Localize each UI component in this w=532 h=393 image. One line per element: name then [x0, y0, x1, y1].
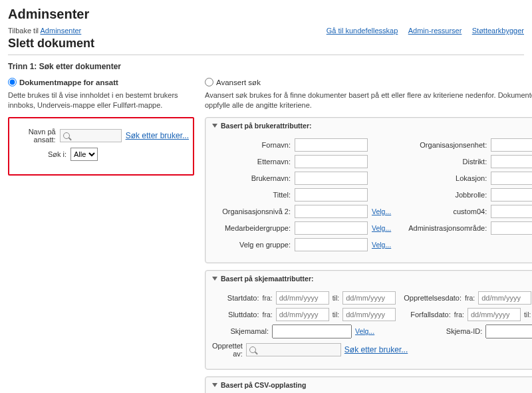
label-from4: fra: — [454, 311, 464, 319]
search-in-label: Søk i: — [13, 150, 66, 158]
input-orgunit[interactable] — [491, 138, 532, 152]
page-title: Adminsenter — [8, 7, 524, 22]
input-adminarea[interactable] — [491, 221, 532, 235]
link-admin-resources[interactable]: Admin-ressurser — [408, 27, 462, 35]
label-created-by: Opprettet av: — [212, 342, 243, 358]
breadcrumb: Tilbake til Adminsenter — [8, 27, 81, 35]
label-due-date: Forfallsdato: — [404, 311, 451, 319]
label-custom04: custom04: — [399, 207, 487, 215]
input-district[interactable] — [491, 155, 532, 168]
label-to: til: — [332, 294, 340, 302]
label-created-date: Opprettelsesdato: — [404, 294, 462, 302]
select-orglevel2[interactable]: Velg... — [372, 207, 391, 215]
panel-form-attributes: Basert på skjemaattributter: Startdato: … — [205, 270, 532, 370]
label-district: Distrikt: — [399, 158, 487, 166]
breadcrumb-link[interactable]: Adminsenter — [41, 27, 82, 35]
input-schema-tpl[interactable] — [272, 325, 352, 338]
search-user-link-2[interactable]: Søk etter bruker... — [344, 345, 408, 354]
label-enddate: Sluttdato: — [212, 311, 259, 319]
input-custom04[interactable] — [491, 205, 532, 218]
label-choosegroup: Velg en gruppe: — [212, 241, 291, 249]
employee-name-input-wrap[interactable] — [60, 129, 122, 142]
input-enddate-to[interactable] — [342, 308, 396, 321]
radio-employee-folder[interactable] — [8, 78, 17, 86]
step-heading: Trinn 1: Søk etter dokumenter — [8, 62, 524, 71]
employee-name-label: Navn på ansatt: — [13, 128, 56, 144]
select-empgroup[interactable]: Velg... — [372, 224, 391, 232]
label-lastname: Etternavn: — [212, 158, 291, 166]
label-schema-id: Skjema-ID: — [404, 327, 482, 335]
select-schema-tpl[interactable]: Velg... — [355, 327, 374, 335]
radio-employee-folder-label: Dokumentmappe for ansatt — [19, 78, 118, 86]
input-choosegroup[interactable] — [295, 238, 368, 251]
label-username: Brukernavn: — [212, 174, 291, 182]
input-location[interactable] — [491, 172, 532, 185]
label-jobrole: Jobbrolle: — [399, 191, 487, 199]
panel-user-attributes: Basert på brukerattributter: Fornavn: Et… — [205, 117, 532, 263]
panel-csv-upload: Basert på CSV-opplasting Velg fil Velg f… — [205, 376, 532, 393]
separator — [8, 55, 524, 55]
label-from2: fra: — [263, 311, 273, 319]
label-orglevel2: Organisasjonsnivå 2: — [212, 207, 291, 215]
radio-advanced-search[interactable] — [205, 78, 213, 86]
input-schema-id[interactable] — [485, 325, 532, 338]
search-user-link[interactable]: Søk etter bruker... — [126, 131, 189, 140]
input-created-by[interactable] — [258, 345, 338, 354]
created-by-input-wrap[interactable] — [246, 343, 341, 356]
input-firstname[interactable] — [295, 138, 368, 152]
label-firstname: Fornavn: — [212, 141, 291, 149]
input-due-from[interactable] — [467, 308, 521, 321]
input-startdate-from[interactable] — [276, 291, 329, 305]
input-orglevel2[interactable] — [295, 205, 368, 218]
employee-search-box: Navn på ansatt: Søk etter bruker... Søk … — [8, 117, 194, 176]
label-empgroup: Medarbeidergruppe: — [212, 224, 291, 232]
input-jobrole[interactable] — [491, 188, 532, 201]
label-to4: til: — [524, 311, 531, 319]
label-startdate: Startdato: — [212, 294, 259, 302]
label-adminarea: Administrasjonsområde: — [399, 224, 487, 232]
search-icon — [249, 346, 256, 353]
chevron-down-icon[interactable] — [212, 277, 217, 281]
advanced-desc: Avansert søk brukes for å finne dokument… — [205, 90, 532, 110]
radio-advanced-label: Avansert søk — [216, 78, 261, 86]
subtitle: Slett dokument — [8, 37, 524, 51]
breadcrumb-prefix: Tilbake til — [8, 27, 41, 35]
input-enddate-from[interactable] — [276, 308, 329, 321]
select-choosegroup[interactable]: Velg... — [372, 241, 391, 249]
label-orgunit: Organisasjonsenhet: — [399, 141, 487, 149]
input-lastname[interactable] — [295, 155, 368, 168]
label-from3: fra: — [465, 294, 475, 302]
search-icon — [63, 132, 70, 139]
employee-folder-desc: Dette brukes til å vise innholdet i en b… — [8, 90, 194, 110]
label-to2: til: — [332, 311, 340, 319]
panel-form-title: Basert på skjemaattributter: — [221, 275, 313, 283]
link-community[interactable]: Gå til kundefellesskap — [327, 27, 398, 35]
chevron-down-icon[interactable] — [212, 124, 217, 128]
label-title: Tittel: — [212, 191, 291, 199]
top-links: Gå til kundefellesskap Admin-ressurser S… — [319, 26, 524, 35]
chevron-down-icon[interactable] — [212, 383, 217, 387]
label-location: Lokasjon: — [399, 174, 487, 182]
panel-csv-title: Basert på CSV-opplasting — [221, 381, 306, 389]
input-empgroup[interactable] — [295, 221, 368, 235]
link-support-builder[interactable]: Støttearkbygger — [472, 27, 524, 35]
search-in-select[interactable]: Alle — [70, 148, 98, 161]
employee-name-input[interactable] — [72, 131, 118, 140]
label-schema-tpl: Skjemamal: — [212, 327, 269, 335]
label-from: fra: — [263, 294, 273, 302]
input-created-from[interactable] — [478, 291, 531, 305]
input-title[interactable] — [295, 188, 368, 201]
input-username[interactable] — [295, 172, 368, 185]
input-startdate-to[interactable] — [342, 291, 396, 305]
panel-user-title: Basert på brukerattributter: — [221, 122, 312, 130]
